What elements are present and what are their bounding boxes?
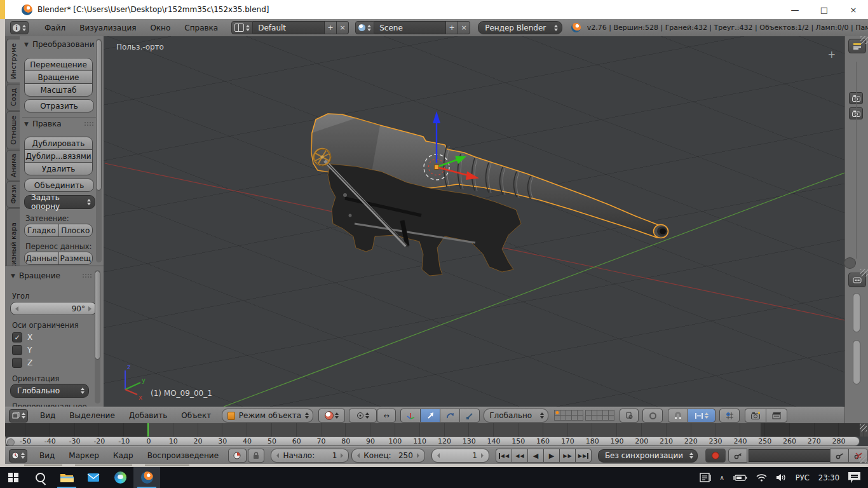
wifi-icon[interactable] [756,473,767,482]
panel-header-operator[interactable]: ▼ Вращение [11,271,92,280]
field-right-arrow-icon[interactable] [417,453,419,458]
tray-expand-chevron-icon[interactable]: ∧ [720,474,724,481]
start-frame-field[interactable]: Начало: 1 [271,449,349,463]
corner-resize-grip[interactable] [860,424,867,431]
taskbar-blender-active[interactable] [133,467,160,488]
timeline-menu-view[interactable]: Вид [32,451,62,460]
view3d-menu-add[interactable]: Добавить [122,411,174,420]
panel-header-edit[interactable]: ▼ Правка [24,119,94,128]
lock-frame-range-toggle[interactable] [248,449,265,463]
add-layout-button[interactable]: + [325,21,337,34]
start-button[interactable] [0,467,27,488]
insert-keyframe-button[interactable] [830,449,849,463]
manipulate-center-points-toggle[interactable]: ↔ [377,409,396,423]
editor-type-selector-info[interactable]: i [10,21,29,34]
panel-drag-dots-icon[interactable] [82,273,92,278]
viewport-3d[interactable]: Польз.-орто (1) MO_09_00_1 + z y x [104,36,844,407]
slider-right-arrow-icon[interactable] [88,306,92,311]
taskbar-mail[interactable] [80,467,107,488]
proportional-edit-toggle[interactable] [642,409,663,423]
delete-scene-button[interactable]: × [458,21,470,34]
transfer-data-button[interactable]: Данные [24,252,59,265]
use-preview-range-toggle[interactable] [228,449,247,463]
properties-scroll-track[interactable] [856,62,857,259]
snap-element-dropdown[interactable] [688,409,715,423]
properties-scrollbar-upper[interactable] [853,293,860,332]
manipulator-scale-toggle[interactable] [459,409,480,423]
scale-button[interactable]: Масштаб [24,83,93,97]
speaker-icon[interactable] [776,473,787,482]
next-keyframe-button[interactable]: ▶▶ [559,449,576,463]
layer-cell[interactable] [577,415,583,421]
previous-keyframe-button[interactable]: ◀◀ [512,449,528,463]
slider-left-arrow-icon[interactable] [15,306,18,311]
language-indicator[interactable]: РУС [796,473,810,482]
rotate-button[interactable]: Вращение [24,71,93,84]
axis-x-checkbox[interactable]: ✓ [12,332,22,342]
sync-mode-dropdown[interactable]: Без синхронизации [598,449,698,463]
menu-file[interactable]: Файл [37,24,72,32]
timeline-ruler[interactable]: -50-40-30-20-100102030405060708090100110… [5,437,860,446]
translate-button[interactable]: Перемещение [24,58,93,71]
duplicate-button[interactable]: Дублировать [24,137,93,150]
auto-keying-mode-button[interactable] [728,449,747,463]
axis-y-checkbox[interactable] [12,345,22,355]
delete-button[interactable]: Удалить [24,162,93,175]
tab-tools[interactable]: Инструме [6,39,20,83]
join-button[interactable]: Объединить [24,179,94,192]
keying-set-field[interactable] [749,449,831,462]
properties-scrollbar-lower[interactable] [853,340,860,384]
menu-render[interactable]: Визуализация [72,24,143,32]
news-widget-icon[interactable] [700,473,711,482]
tab-animation[interactable]: Анима [6,150,20,180]
tab-create[interactable]: Созд [6,84,20,111]
tab-physics[interactable]: Физи [6,181,20,208]
auto-keyframe-record-button[interactable] [705,449,726,463]
taskbar-edge[interactable] [107,467,133,488]
play-button[interactable]: ▶ [543,449,560,463]
battery-icon[interactable] [733,474,747,482]
panel-header-transform[interactable]: ▼ Преобразовани [24,40,94,49]
transform-orientation-dropdown[interactable]: Глобально [484,409,548,423]
field-right-arrow-icon[interactable] [341,453,343,458]
field-left-arrow-icon[interactable] [357,453,360,458]
timeline-band[interactable] [5,423,868,437]
mirror-button[interactable]: Отразить [24,99,94,112]
add-scene-button[interactable]: + [446,21,458,34]
corner-resize-grip[interactable] [860,269,868,276]
screen-layout-selector[interactable] [231,21,253,34]
corner-resize-grip[interactable] [860,36,868,44]
taskbar-search-button[interactable] [27,467,53,488]
lock-to-scene-toggle[interactable] [620,409,639,423]
field-left-arrow-icon[interactable] [437,453,440,458]
editor-type-selector-3dview[interactable] [9,409,28,423]
delete-layout-button[interactable]: × [337,21,349,34]
taskbar-file-explorer[interactable] [53,467,80,488]
editor-type-selector-timeline[interactable] [9,449,27,463]
shade-smooth-button[interactable]: Гладко [24,224,59,237]
mode-dropdown[interactable]: Режим объекта [222,409,313,423]
pivot-point-dropdown[interactable] [349,409,377,423]
view3d-menu-object[interactable]: Объект [174,411,218,420]
snap-toggle[interactable] [668,409,688,423]
set-origin-dropdown[interactable]: Задать опорну [24,195,95,209]
corner-resize-grip[interactable] [859,456,867,463]
timeline-menu-marker[interactable]: Маркер [62,451,106,460]
close-button[interactable]: × [839,0,868,19]
manipulator-center[interactable] [435,165,439,170]
maximize-button[interactable]: □ [810,0,839,19]
operator-scrollbar[interactable] [95,270,100,403]
opengl-render-animation-button[interactable] [766,409,787,423]
timeline-menu-playback[interactable]: Воспроизведение [140,451,226,460]
view3d-menu-select[interactable]: Выделение [62,411,121,420]
panel-drag-dots-icon[interactable] [84,121,94,126]
clock[interactable]: 23:30 [818,473,839,482]
toolshelf-scrollbar[interactable] [96,39,102,262]
region-collapse-knob[interactable] [844,257,856,269]
transfer-layout-button[interactable]: Размещ [58,252,93,265]
minimize-button[interactable]: — [780,0,810,19]
duplicate-linked-button[interactable]: Дублир...вязями [24,149,93,163]
menu-window[interactable]: Окно [143,24,177,32]
render-engine-select[interactable]: Рендер Blender [478,21,562,34]
manipulator-translate-toggle[interactable] [420,409,440,423]
